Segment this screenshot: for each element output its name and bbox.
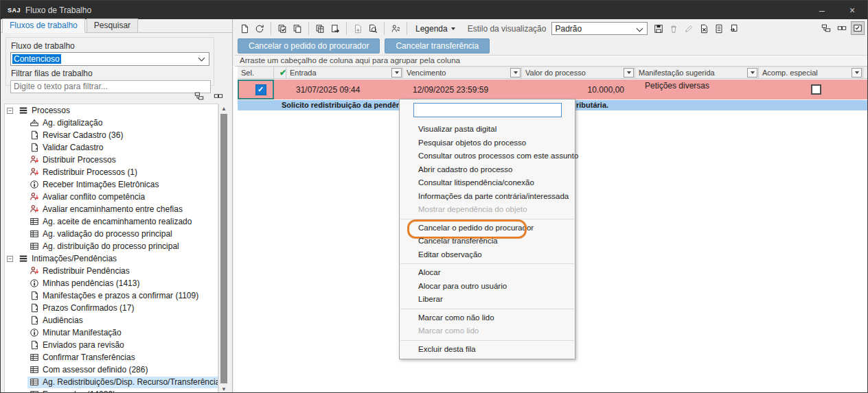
tree-item[interactable]: Avaliar conflito competência [5, 191, 218, 203]
tree-item[interactable]: Minhas pendências (1413) [5, 277, 218, 289]
tree-item[interactable]: Ag. distribuição do processo principal [5, 240, 218, 252]
edit-button[interactable] [682, 22, 696, 36]
column-header-sel-[interactable]: Sel. [238, 67, 274, 78]
column-header-acomp-especial[interactable]: Acomp. especial [759, 67, 863, 78]
tree-item[interactable]: Encerradas (14039) [5, 388, 218, 393]
tree-item[interactable]: Revisar Cadastro (36) [5, 129, 218, 141]
menu-item-excluir-desta-fila[interactable]: Excluir desta fila [400, 343, 575, 357]
menu-item-abrir-cadastro-do-processo[interactable]: Abrir cadastro do processo [400, 163, 575, 177]
tree-scrollbar[interactable]: ▲ ▼ [218, 104, 229, 393]
cell-acomp-especial[interactable] [759, 80, 863, 99]
column-header-manifesta-o-sugerida[interactable]: Manifestação sugerida [635, 67, 759, 78]
column-header-vencimento[interactable]: Vencimento [403, 67, 522, 78]
save-button[interactable] [652, 22, 665, 36]
tree-expand-button[interactable] [192, 89, 206, 103]
tree-item[interactable]: Avaliar encaminhamento entre chefias [5, 203, 218, 215]
menu-item-alocar-para-outro-usuário[interactable]: Alocar para outro usuário [400, 280, 575, 294]
tree-item[interactable]: Redistribuir Processos (1) [5, 166, 218, 178]
menu-item-cancelar-o-pedido-do-procurador[interactable]: Cancelar o pedido do procurador [400, 222, 575, 235]
menu-item-informações-da-parte-contrária-interessada[interactable]: Informações da parte contrária/interessa… [400, 190, 575, 204]
scroll-up-icon[interactable]: ▲ [219, 104, 229, 113]
tree-collapse-button[interactable] [212, 89, 225, 103]
document-window-button[interactable] [727, 22, 741, 36]
menu-item-pesquisar-objetos-do-processo[interactable]: Pesquisar objetos do processo [400, 136, 575, 150]
tree-item[interactable]: −Processos [5, 104, 218, 117]
cut-document-button[interactable] [697, 22, 711, 36]
collapse-expander-icon[interactable]: − [7, 256, 13, 262]
tree-collapse-button[interactable] [835, 21, 849, 35]
export-document-icon [330, 24, 340, 34]
cell-entrada[interactable]: 31/07/2025 09:44 [286, 80, 403, 99]
tree-item[interactable]: Ag. digitalização [5, 117, 218, 129]
search-document-button[interactable] [366, 22, 380, 36]
minimize-button[interactable]: – [807, 1, 837, 19]
copy-button[interactable] [290, 22, 304, 36]
tree-item[interactable]: −Intimações/Pendências [5, 252, 218, 265]
tree-item[interactable]: Confirmar Transferências [5, 351, 218, 364]
delete-button[interactable] [667, 22, 681, 36]
legend-label: Legenda [415, 24, 448, 34]
doc-icon [30, 340, 39, 350]
tree-item[interactable]: Ag. aceite de encaminhamento realizado [5, 215, 218, 228]
tree-item[interactable]: Manifestações e prazos a confirmar (1109… [5, 289, 218, 302]
menu-item-editar-observação[interactable]: Editar observação [400, 248, 575, 262]
checkbox-unchecked-icon[interactable] [811, 84, 821, 95]
menu-item-liberar[interactable]: Liberar [400, 293, 575, 307]
copy-grid-button[interactable] [313, 22, 327, 36]
tree-item[interactable]: Ag. validação do processo principal [5, 228, 218, 240]
tree-item[interactable]: Redistribuir Pendências [5, 265, 218, 277]
tree-item[interactable]: Enviados para revisão [5, 339, 218, 351]
menu-item-consultar-outros-processos-com-este-assunto[interactable]: Consultar outros processos com este assu… [400, 150, 575, 163]
close-button[interactable]: × [837, 1, 867, 19]
select-all-button[interactable] [275, 22, 289, 36]
menu-item-alocar[interactable]: Alocar [400, 266, 575, 280]
menu-item-visualizar-pasta-digital[interactable]: Visualizar pasta digital [400, 123, 575, 136]
menu-item-consultar-litispendência-conexão[interactable]: Consultar litispendência/conexão [400, 176, 575, 190]
new-document-button[interactable] [238, 22, 251, 36]
row-select-cell[interactable]: ✓ [238, 80, 274, 99]
user-config-button[interactable] [389, 22, 402, 36]
panel-toggle-button[interactable] [851, 21, 865, 35]
view-style-combobox[interactable]: Padrão [551, 22, 648, 35]
column-filter-button[interactable] [510, 68, 521, 78]
column-filter-button[interactable] [624, 68, 634, 78]
tree-item[interactable]: Minutar Manifestação [5, 326, 218, 339]
column-filter-button[interactable] [852, 68, 862, 78]
cancel-request-button[interactable]: Cancelar o pedido do procurador [238, 38, 380, 53]
refresh-button[interactable] [253, 22, 266, 36]
group-by-bar[interactable]: Arraste um cabeçalho de coluna aqui para… [235, 55, 867, 67]
cancel-transfer-button[interactable]: Cancelar transferência [385, 38, 490, 53]
flow-combobox[interactable]: Contencioso [10, 52, 209, 66]
cell-manifestacao[interactable]: Petições diversas [635, 80, 759, 99]
scroll-down-icon[interactable]: ▼ [219, 384, 229, 393]
column-header-valor-do-processo[interactable]: Valor do processo [522, 67, 635, 78]
tree-item[interactable]: Ag. Redistribuições/Disp. Recurso/Transf… [5, 376, 218, 388]
legend-dropdown[interactable]: Legenda [415, 24, 455, 34]
column-header-entrada[interactable]: Entrada [286, 67, 403, 78]
tree-item[interactable]: Validar Cadastro [5, 141, 218, 154]
tree-expand-button[interactable] [819, 21, 833, 35]
export-document-button[interactable] [328, 22, 342, 36]
column-filter-button[interactable] [747, 68, 757, 78]
tree-item[interactable]: Audiências [5, 314, 218, 326]
tab-pesquisar[interactable]: Pesquisar [87, 19, 138, 32]
collapse-expander-icon[interactable]: − [7, 108, 13, 114]
tree-item[interactable]: Distribuir Processos [5, 154, 218, 166]
cell-vencimento[interactable]: 12/09/2025 23:59:59 [403, 80, 522, 99]
tab-fluxos-de-trabalho[interactable]: Fluxos de trabalho [2, 19, 85, 33]
context-menu-search-input[interactable] [413, 103, 562, 117]
menu-item-marcar-como-não-lido[interactable]: Marcar como não lido [400, 311, 575, 325]
checkbox-checked-icon[interactable]: ✓ [255, 84, 266, 95]
filter-input[interactable] [10, 80, 211, 93]
add-document-button[interactable] [351, 22, 365, 36]
scrollbar-thumb[interactable] [220, 114, 227, 383]
tree-item[interactable]: Receber Intimações Eletrônicas [5, 178, 218, 191]
cell-valor[interactable]: 10.000,00 [522, 80, 635, 99]
tree-item[interactable]: Prazos Confirmados (17) [5, 302, 218, 314]
column-filter-button[interactable] [391, 68, 402, 78]
column-header-check[interactable]: ✔ [274, 67, 286, 78]
notes-button[interactable] [712, 22, 726, 36]
table-row[interactable]: ✓ 31/07/2025 09:44 12/09/2025 23:59:59 1… [238, 80, 867, 99]
tree-item[interactable]: Com assessor definido (286) [5, 364, 218, 376]
menu-item-cancelar-transferência[interactable]: Cancelar transferência [400, 235, 575, 248]
